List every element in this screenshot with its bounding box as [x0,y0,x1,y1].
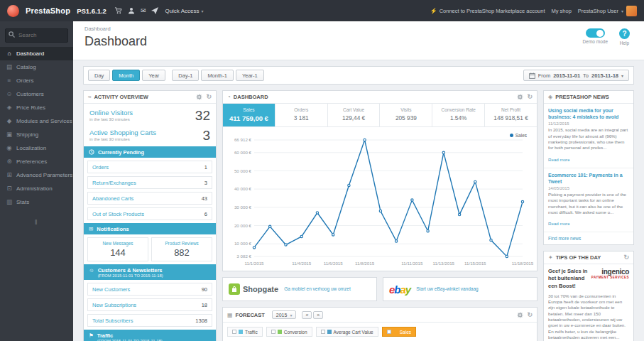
forecast-legend-conversion[interactable]: Conversion [266,327,312,337]
filter-day-1-button[interactable]: Day-1 [172,70,199,81]
sidebar-item-dashboard[interactable]: ⌂Dashboard [0,47,73,60]
customer-icon[interactable] [128,7,135,14]
sidebar-item-localization[interactable]: ◉Localization [0,141,73,155]
flag-icon: ⚑ [89,332,94,339]
forecast-prev-button[interactable]: « [302,311,312,319]
product-reviews-box[interactable]: Product Reviews 882 [151,237,212,261]
forecast-next-button[interactable]: » [313,311,323,319]
demo-mode-label: Demo mode [583,39,608,44]
forecast-legend-sales[interactable]: Sales [382,327,416,337]
forecast-swatch-2 [327,330,332,334]
refresh-icon[interactable]: ↻ [527,312,533,318]
filter-month-button[interactable]: Month [112,70,140,81]
brand-name: PrestaShop [26,6,70,15]
read-more-link[interactable]: Read more [548,221,570,226]
news-icon: ◈ [548,94,552,100]
filter-year-1-button[interactable]: Year-1 [236,70,264,81]
marketplace-link[interactable]: ⚡ Connect to PrestaShop Marketplace acco… [430,8,545,14]
news-item-title[interactable]: Using social media for your business: 4 … [548,107,629,120]
user-menu[interactable]: PrestaShop User ▾ [578,6,637,16]
refresh-icon[interactable]: ↻ [527,94,533,100]
sidebar-item-administration[interactable]: ⊡Administration [0,182,73,195]
sidebar-item-catalog[interactable]: ▤Catalog [0,60,73,74]
prestashop-logo[interactable] [7,5,19,17]
sidebar-item-preferences[interactable]: ⊛Preferences [0,155,73,168]
filter-month-1-button[interactable]: Month-1 [201,70,234,81]
customers-row-total-subscribers[interactable]: Total Subscribers1308 [87,314,212,327]
kpi-orders[interactable]: Orders3 181 [275,104,328,126]
kpi-row: Sales411 759,00 € Orders3 181 Cart Value… [223,104,537,127]
left-column: ≈ ACTIVITY OVERVIEW ↻ Online Visitors in… [83,90,217,341]
quick-access-menu[interactable]: Quick Access ▾ [165,8,203,14]
checkbox-icon[interactable] [271,330,275,334]
pending-row-abandoned-carts[interactable]: Abandoned Carts43 [87,192,212,205]
demo-mode-toggle[interactable] [586,28,605,38]
online-visitors-label[interactable]: Online Visitors [89,109,133,117]
mail-icon[interactable]: ✉ [141,7,146,14]
sidebar-item-price-rules[interactable]: ◈Price Rules [0,101,73,114]
refresh-icon[interactable]: ↻ [206,94,212,100]
new-messages-label: New Messages [89,241,146,246]
date-range-picker[interactable]: From 2015-11-01 To 2015-11-18 ▾ [523,70,629,81]
ebay-ad[interactable]: ebay Start uw eBay-winkel vandaag [383,277,537,301]
shop-name[interactable]: PS1.6.1.2 [77,7,107,15]
breadcrumb[interactable]: Dashboard [84,26,633,32]
gear-icon[interactable] [517,312,523,318]
sidebar-item-modules[interactable]: ◆Modules and Services [0,114,73,128]
cart-icon[interactable] [114,7,122,14]
kpi-conversion-rate[interactable]: Conversion Rate1.54% [432,104,485,126]
sidebar-item-orders[interactable]: ≡Orders [0,74,73,87]
news-item-title[interactable]: Ecommerce 101: Payments in a Tweet [548,172,629,185]
shopgate-ad[interactable]: Shopgate Ga mobiel en verhoog uw omzet [222,277,377,301]
checkbox-icon[interactable] [387,330,391,334]
kpi-visits[interactable]: Visits205 939 [380,104,432,126]
shopgate-ad-link[interactable]: Ga mobiel en verhoog uw omzet [284,286,351,292]
customers-row-new-customers[interactable]: New Customers90 [87,283,212,296]
sidebar-item-label: Localization [16,145,46,151]
filter-day-button[interactable]: Day [88,70,110,81]
find-more-news-link[interactable]: Find more news [544,232,633,244]
chart-legend-label: Sales [515,133,527,138]
collapse-sidebar-button[interactable]: ‖ [0,219,73,226]
sidebar-item-stats[interactable]: ▥Stats [0,195,73,209]
forecast-legend-traffic[interactable]: Traffic [227,327,263,337]
kpi-net-profit[interactable]: Net Profit148 918,51 € [485,104,537,126]
row-label: Abandoned Carts [92,195,133,202]
news-item: Using social media for your business: 4 … [544,104,633,168]
help-icon[interactable] [619,28,630,39]
traffic-section-header: ⚑ Traffic (FROM 2015-11-01 TO 2015-11-18… [84,330,216,341]
sidebar-item-label: Shipping [16,131,38,138]
panel-controls: ↻ [196,94,212,100]
gear-icon[interactable] [196,94,202,100]
checkbox-icon[interactable] [232,330,236,334]
pending-row-returns[interactable]: Return/Exchanges3 [87,176,212,189]
pending-row-out-of-stock[interactable]: Out of Stock Products6 [87,207,212,220]
chart-legend[interactable]: Sales [510,133,527,138]
ebay-ad-link[interactable]: Start uw eBay-winkel vandaag [416,286,478,292]
read-more-link[interactable]: Read more [548,157,570,162]
module-ads-row: Shopgate Ga mobiel en verhoog uw omzet e… [222,277,537,301]
svg-text:66 912 €: 66 912 € [234,137,252,142]
my-shop-link[interactable]: My shop [552,8,572,14]
gear-icon[interactable] [517,94,523,100]
new-messages-box[interactable]: New Messages 144 [87,237,148,261]
forecast-year-select[interactable]: 2015 ▾ [272,310,297,319]
from-label: From [538,72,551,79]
svg-text:11/8/2015: 11/8/2015 [355,261,375,266]
pending-row-orders[interactable]: Orders1 [87,161,212,173]
notifications-section-header: ✉ Notifications [84,223,216,234]
online-visitors-value: 32 [195,109,210,122]
sidebar-item-customers[interactable]: ☺Customers [0,87,73,101]
sidebar-item-advanced-parameters[interactable]: ⊞Advanced Parameters [0,168,73,182]
active-carts-label[interactable]: Active Shopping Carts [89,129,156,136]
catalog-icon: ▤ [6,63,13,70]
kpi-sales[interactable]: Sales411 759,00 € [223,104,275,126]
refresh-icon[interactable]: ↻ [623,254,629,261]
customers-row-new-subscriptions[interactable]: New Subscriptions18 [87,298,212,311]
filter-year-button[interactable]: Year [142,70,165,81]
kpi-cart-value[interactable]: Cart Value129,44 € [328,104,381,126]
rocket-icon[interactable] [151,7,158,14]
forecast-legend-average-cart-value[interactable]: Average Cart Value [316,327,378,337]
checkbox-icon[interactable] [321,330,325,334]
sidebar-item-shipping[interactable]: ▣Shipping [0,128,73,141]
